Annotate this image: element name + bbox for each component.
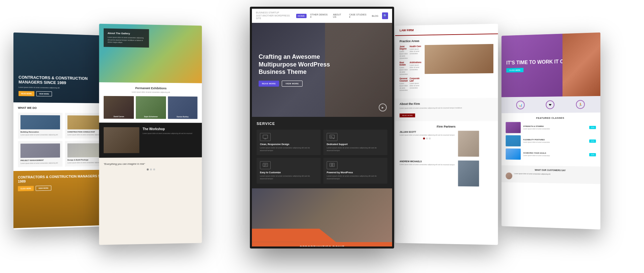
- practice-item: Health Care Lorem ipsum dolor sit amet c…: [410, 45, 421, 59]
- dot: [426, 137, 428, 139]
- partner-item: ANDREW MICHAELS Lorem ipsum dolor sit am…: [399, 160, 493, 187]
- lawfirm-practice: Practice Areas Joint Degree Lorem ipsum …: [395, 34, 498, 99]
- class-image: [506, 122, 521, 133]
- gallery-workshop-title: The Workshop: [143, 127, 192, 131]
- heart-icon: ❤: [546, 100, 554, 109]
- partner-dots: [399, 137, 454, 139]
- nav-item-blog[interactable]: BLOG: [370, 14, 380, 18]
- center-logo: BUSINESS STARTUP JUST ANOTHER WORDPRESS …: [256, 11, 293, 20]
- service-text: Lorem ipsum dolor sit amet consectetur a…: [20, 162, 60, 165]
- service-card-title-2: Dedicated Support: [327, 143, 384, 145]
- center-hero: Crafting an Awesome Multipurpose WordPre…: [252, 23, 392, 117]
- testimonial-text: Lorem ipsum dolor sit amet consectetur a…: [514, 173, 550, 175]
- service-section-title: SERVICE: [257, 122, 387, 126]
- class-desc: Lorem ipsum dolor sit amet consectetur: [523, 154, 587, 157]
- class-text: STRENGTH & STAMINA Lorem ipsum dolor sit…: [523, 125, 587, 130]
- gallery-photo: David Carson: [104, 96, 134, 119]
- practice-item-title: Corporate Law: [410, 77, 421, 82]
- service-card: Powered by WordPress Lorem ipsum dolor s…: [323, 158, 387, 183]
- lawfirm-read-more[interactable]: READ MORE: [399, 113, 415, 117]
- service-card-text-4: Lorem ipsum dolor sit amet consectetur a…: [327, 175, 384, 180]
- lawfirm-practice-image: [425, 44, 493, 74]
- gallery-photo-name: David Carson: [105, 116, 133, 118]
- dot: [429, 137, 431, 139]
- hero-read-more[interactable]: READ MORE: [259, 81, 279, 87]
- practice-item: General Counsel Lorem ipsum dolor sit am…: [399, 77, 408, 91]
- mockup-lawfirm: LAW FIRM Practice Areas Joint Degree Lor…: [395, 24, 498, 245]
- center-service-section: SERVICE Clean, Responsive Design Lorem i…: [252, 117, 392, 188]
- gallery-quote-text: "Everything you can imagine is real": [104, 162, 198, 166]
- lawfirm-about: About the Firm Lorem ipsum dolor sit ame…: [395, 98, 498, 121]
- gallery-workshop-content: The Workshop Lorem ipsum dolor sit amet …: [143, 127, 192, 135]
- construction-view-more[interactable]: VIEW MORE: [36, 91, 52, 97]
- practice-item-text: Lorem ipsum dolor sit amet consectetur: [410, 64, 421, 71]
- fitness-icon-run: 🏃: [576, 100, 585, 109]
- construction-services-title: WHAT WE DO: [18, 106, 108, 110]
- service-text: Lorem ipsum dolor sit amet consectetur a…: [20, 134, 60, 136]
- partner-desc: Lorem ipsum dolor sit amet consectetur a…: [399, 134, 454, 136]
- gallery-permanent-title: Permanent Exhibitions: [104, 86, 198, 90]
- class-title: ACHIEVING YOUR GOALS: [523, 152, 587, 154]
- gallery-about-box: About The Gallery Lorem ipsum dolor sit …: [104, 28, 149, 47]
- fitness-hero-btn[interactable]: CLICK HERE: [506, 68, 523, 73]
- partner-name: JILLIAN SCOTT: [399, 131, 454, 133]
- class-item: STRENGTH & STAMINA Lorem ipsum dolor sit…: [506, 122, 596, 133]
- practice-item-title: Real Estate: [399, 61, 408, 66]
- mockup-business-startup: BUSINESS STARTUP JUST ANOTHER WORDPRESS …: [250, 7, 394, 248]
- service-card: Easy to Customize Lorem ipsum dolor sit …: [257, 158, 321, 183]
- service-image: [20, 143, 60, 158]
- nav-item-home[interactable]: HOME: [296, 14, 307, 18]
- gallery-about-title: About The Gallery: [108, 32, 145, 35]
- nav-item-demos[interactable]: OTHER DEMOS ▾: [309, 12, 329, 19]
- fitness-hero-image: [562, 33, 600, 97]
- construction-bottom-btn1[interactable]: CLICK HERE: [18, 186, 34, 191]
- center-hero-title: Crafting an Awesome Multipurpose WordPre…: [259, 53, 353, 76]
- class-text: ACHIEVING YOUR GOALS Lorem ipsum dolor s…: [523, 152, 587, 157]
- gallery-permanent: Permanent Exhibitions Lorem ipsum dolor …: [99, 82, 202, 123]
- practice-item-title: General Counsel: [399, 77, 408, 82]
- gallery-quote: "Everything you can imagine is real": [99, 157, 202, 176]
- partner-info: JILLIAN SCOTT Lorem ipsum dolor sit amet…: [399, 131, 454, 139]
- hero-play-button[interactable]: ▶: [379, 103, 387, 111]
- fitness-testimonial: WHAT OUR CUSTOMERS SAY Lorem ipsum dolor…: [501, 165, 600, 184]
- service-card-title-3: Easy to Customize: [260, 171, 317, 174]
- partner-info: ANDREW MICHAELS Lorem ipsum dolor sit am…: [399, 160, 454, 166]
- class-badge[interactable]: JOIN: [589, 139, 596, 143]
- construction-bottom: CONTRACTORS & CONSTRUCTION MANAGERS SINC…: [13, 170, 112, 228]
- service-card: Clean, Responsive Design Lorem ipsum dol…: [257, 130, 321, 155]
- gallery-about-text: Lorem ipsum dolor sit amet consectetur a…: [108, 36, 145, 44]
- practice-item-title: Arbitrations: [410, 61, 421, 63]
- fitness-icons: 📊 ❤ 🏃: [501, 96, 600, 113]
- center-logo-tagline: JUST ANOTHER WORDPRESS SITE: [256, 14, 293, 20]
- construction-hero-buttons: READ MORE VIEW MORE: [18, 91, 107, 97]
- service-title: PROJECT MANAGEMENT: [20, 159, 60, 162]
- class-title: STRENGTH & STAMINA: [523, 125, 587, 127]
- gallery-photo: Damian Barkley: [168, 96, 197, 119]
- partner-name: ANDREW MICHAELS: [399, 160, 454, 163]
- nav-item-about[interactable]: ABOUT US: [331, 12, 345, 19]
- center-photo-accent: [252, 229, 336, 242]
- gallery-workshop-image: [104, 127, 139, 153]
- construction-hero-title: CONTRACTORS & CONSTRUCTION MANAGERS SINC…: [18, 75, 107, 86]
- practice-item-text: Lorem ipsum dolor sit amet consectetur: [410, 82, 421, 89]
- class-badge[interactable]: JOIN: [589, 126, 596, 129]
- svg-rect-0: [263, 135, 268, 138]
- class-badge[interactable]: JOIN: [589, 153, 596, 156]
- service-card-title-4: Powered by WordPress: [327, 171, 384, 174]
- main-scene: CONTRACTORS & CONSTRUCTION MANAGERS SINC…: [0, 0, 644, 273]
- lawfirm-partners-title: Firm Partners: [399, 125, 493, 128]
- center-bottom-photo: [252, 188, 392, 242]
- lawfirm-about-text: Lorem ipsum dolor sit amet consectetur a…: [399, 107, 493, 109]
- practice-item: Arbitrations Lorem ipsum dolor sit amet …: [410, 61, 421, 75]
- construction-read-more[interactable]: READ MORE: [18, 91, 34, 96]
- service-wordpress-icon: [327, 161, 337, 169]
- gallery-permanent-photos: David Carson Sopia Schwimmer Damian Bark…: [104, 96, 198, 119]
- run-icon: 🏃: [576, 100, 585, 109]
- construction-bottom-btn2[interactable]: VIEW MORE: [36, 186, 51, 191]
- hero-view-more[interactable]: VIEW MORE: [282, 81, 303, 87]
- nav-item-case[interactable]: CASE STUDIES ▾: [347, 12, 368, 19]
- gallery-workshop: The Workshop Lorem ipsum dolor sit amet …: [99, 123, 202, 158]
- service-customize-icon: [260, 161, 271, 169]
- search-icon[interactable]: 🔍: [382, 12, 388, 19]
- gallery-photo-name: Sopia Schwimmer: [137, 116, 165, 118]
